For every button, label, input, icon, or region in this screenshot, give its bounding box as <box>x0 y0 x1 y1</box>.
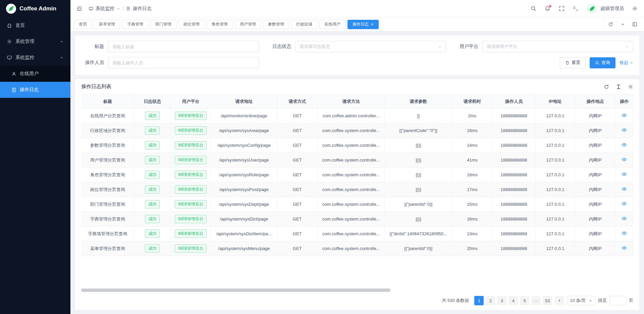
table-header-row: 标题日志状态用户平台请求地址请求方式请求方法请求参数请求耗时操作人员IP地址操作… <box>81 95 633 109</box>
cell-func: com.coffee.system.controlle... <box>317 168 385 182</box>
page-button[interactable]: 3 <box>497 296 506 305</box>
scrollbar-thumb[interactable] <box>81 289 390 292</box>
view-detail-eye-icon[interactable] <box>622 231 627 236</box>
tab-label: 首页 <box>79 21 87 27</box>
translate-icon[interactable]: 文A <box>573 6 579 12</box>
page-button[interactable]: 53 <box>543 296 552 305</box>
row-height-icon[interactable] <box>616 84 621 89</box>
cell-params: [{"parentCode":"0"}] <box>385 123 452 138</box>
table-row: 字典管理分页查询成功WEB管理后台/api/system/sysDict/pag… <box>81 212 633 227</box>
sidebar-item-system-management[interactable]: 系统管理 <box>0 34 70 50</box>
layout-icon[interactable] <box>629 20 641 29</box>
status-select-placeholder: 请选择日志状态 <box>300 44 330 50</box>
status-badge: 成功 <box>145 244 160 253</box>
page-button[interactable]: 2 <box>486 296 495 305</box>
view-detail-eye-icon[interactable] <box>622 201 627 206</box>
cell-url: /api/system/sysRole/page <box>211 168 277 182</box>
search-icon[interactable] <box>531 6 537 12</box>
sidebar-item-operation-log[interactable]: 操作日志 <box>0 82 70 98</box>
cell-location: 内网IP <box>575 168 615 182</box>
tab-item[interactable]: 字典管理 <box>122 20 148 29</box>
refresh-icon[interactable] <box>604 20 616 29</box>
cell-action <box>615 123 633 138</box>
horizontal-scrollbar[interactable] <box>81 289 633 292</box>
page-button[interactable]: 4 <box>508 296 518 305</box>
sidebar-item-online-users[interactable]: 在线用户 <box>0 66 70 82</box>
status-badge: 成功 <box>145 230 160 238</box>
cell-title: 角色管理分页查询 <box>81 168 134 182</box>
table-row: 菜单管理分页查询成功WEB管理后台/api/system/sysMenu/pag… <box>81 241 633 256</box>
panel-title: 操作日志列表 <box>81 83 111 90</box>
menu-fold-icon[interactable] <box>76 6 83 12</box>
cell-status: 成功 <box>134 227 171 241</box>
view-detail-eye-icon[interactable] <box>622 172 627 177</box>
cell-method: GET <box>277 212 317 227</box>
chevron-up-icon <box>630 61 633 65</box>
tab-item[interactable]: 岗位管理 <box>178 20 205 29</box>
tab-item[interactable]: 部门管理 <box>150 20 176 29</box>
collapse-filters-link[interactable]: 收起 <box>620 60 633 66</box>
cell-title: 岗位管理分页查询 <box>81 182 134 197</box>
page-size-select[interactable]: 10 条/页 <box>567 296 595 305</box>
log-list-panel: 操作日志列表 标题日志状态用户平台请求地址请求方式请求方法请求参数请求耗时操作人… <box>75 79 639 310</box>
cell-title: 部门管理分页查询 <box>81 197 134 212</box>
jump-prefix-label: 跳至 <box>598 298 607 304</box>
tab-label: 角色管理 <box>212 21 228 27</box>
title-input[interactable] <box>108 41 259 52</box>
refresh-icon[interactable] <box>604 84 609 89</box>
view-detail-eye-icon[interactable] <box>622 157 627 162</box>
chevron-down-icon[interactable] <box>616 20 629 29</box>
reset-button[interactable]: 重置 <box>560 57 586 68</box>
tab-item[interactable]: 角色管理 <box>207 20 233 29</box>
tab-item[interactable]: 参数管理 <box>263 20 289 29</box>
next-page-button[interactable] <box>555 296 564 305</box>
breadcrumb-separator: / <box>122 6 124 11</box>
cell-func: com.coffee.system.controlle... <box>317 227 385 241</box>
platform-badge: WEB管理后台 <box>175 200 207 208</box>
trash-icon <box>565 61 570 65</box>
view-detail-eye-icon[interactable] <box>622 113 627 118</box>
view-detail-eye-icon[interactable] <box>622 142 627 147</box>
status-badge: 成功 <box>145 112 160 120</box>
view-detail-eye-icon[interactable] <box>622 216 627 221</box>
sidebar-item-system-monitor[interactable]: 系统监控 <box>0 50 70 66</box>
sidebar-item-home[interactable]: 首页 <box>0 17 70 34</box>
username[interactable]: 超级管理员 <box>600 6 624 12</box>
search-button[interactable]: 查询 <box>590 57 615 68</box>
cell-url: /api/system/sysConfig/page <box>211 138 277 153</box>
cell-params: [{}] <box>385 182 452 197</box>
fullscreen-icon[interactable] <box>559 6 565 12</box>
tab-item[interactable]: 操作日志× <box>347 20 379 29</box>
page-button[interactable]: 1 <box>474 296 484 305</box>
cell-params: [{}] <box>385 212 452 227</box>
view-detail-eye-icon[interactable] <box>622 186 627 192</box>
jump-page-input[interactable] <box>609 296 626 305</box>
operator-input[interactable] <box>108 57 259 68</box>
column-header: IP地址 <box>535 95 575 109</box>
page-button[interactable]: ··· <box>531 296 541 305</box>
notification-bell-icon[interactable] <box>545 6 551 12</box>
breadcrumb-root[interactable]: 系统监控 <box>96 6 114 12</box>
column-header: 操作 <box>615 95 633 109</box>
user-icon <box>11 71 16 76</box>
settings-gear-icon[interactable] <box>632 6 638 12</box>
breadcrumb: 系统监控 / 操作日志 <box>89 6 152 12</box>
avatar[interactable] <box>587 4 597 14</box>
view-detail-eye-icon[interactable] <box>622 127 627 133</box>
cell-location: 内网IP <box>575 212 615 227</box>
cell-platform: WEB管理后台 <box>171 153 211 168</box>
tab-item[interactable]: 用户管理 <box>235 20 261 29</box>
column-settings-gear-icon[interactable] <box>628 84 633 89</box>
tab-close-icon[interactable]: × <box>371 22 374 26</box>
tab-item[interactable]: 在线用户 <box>319 20 345 29</box>
filter-panel: 标题 日志状态 请选择日志状态 用户平台 请选择用户平台 <box>75 36 639 75</box>
tab-item[interactable]: 行政区域 <box>291 20 317 29</box>
status-select[interactable]: 请选择日志状态 <box>295 41 446 52</box>
tab-item[interactable]: 菜单管理 <box>94 20 120 29</box>
platform-badge: WEB管理后台 <box>175 171 207 179</box>
view-detail-eye-icon[interactable] <box>622 245 627 251</box>
cell-title: 字典管理分页查询 <box>81 212 134 227</box>
platform-select[interactable]: 请选择用户平台 <box>482 41 633 52</box>
page-button[interactable]: 5 <box>520 296 529 305</box>
tab-item[interactable]: 首页 <box>74 20 92 29</box>
